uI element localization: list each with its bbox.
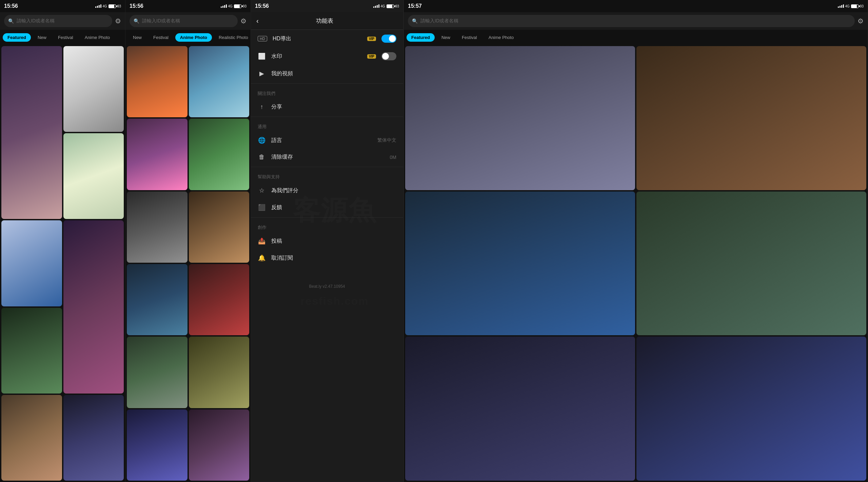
back-button[interactable]: ‹	[256, 17, 259, 25]
tabs-row-1: Featured New Festival Anime Photo	[0, 30, 125, 45]
grid-cell-2-7[interactable]	[127, 264, 188, 335]
video-icon: ▶	[258, 70, 266, 77]
tab-featured-1[interactable]: Featured	[3, 33, 31, 42]
unsubscribe-icon: 🔔	[258, 254, 266, 262]
submit-label: 投稿	[271, 238, 396, 245]
tab-festival-4[interactable]: Festival	[457, 33, 482, 42]
grid-cell-1-8[interactable]	[63, 395, 124, 481]
tab-new-1[interactable]: New	[33, 33, 51, 42]
phone-panel-1: 15:56 4G 93 🔍 請輸入ID或者名稱 ⚙ Featured New F…	[0, 0, 125, 482]
grid-cell-2-8[interactable]	[189, 264, 250, 335]
grid-cell-1-2[interactable]	[63, 46, 124, 132]
language-label: 語言	[271, 137, 372, 144]
tab-realistic-2[interactable]: Realistic Photo	[214, 33, 251, 42]
menu-item-hd[interactable]: HD HD導出 VIP	[251, 30, 403, 47]
search-bar-4: 🔍 請輸入ID或者名稱 ⚙	[404, 12, 868, 30]
tab-new-4[interactable]: New	[437, 33, 455, 42]
menu-item-share[interactable]: ↑ 分享	[251, 99, 403, 115]
section-create: 創作	[251, 219, 403, 233]
settings-icon-4[interactable]: ⚙	[857, 17, 864, 25]
network-type-1: 4G	[103, 4, 107, 8]
menu-item-watermark[interactable]: ⬜ 水印 VIP	[251, 47, 403, 65]
grid-cell-4-1[interactable]	[405, 46, 635, 190]
grid-cell-2-9[interactable]	[127, 337, 188, 408]
watermark-toggle[interactable]	[381, 52, 396, 60]
settings-icon-2[interactable]: ⚙	[240, 17, 246, 25]
grid-cell-4-2[interactable]	[636, 46, 866, 190]
grid-cell-1-5[interactable]	[63, 220, 124, 393]
grid-cell-1-7[interactable]	[1, 395, 62, 481]
menu-item-feedback[interactable]: ⬛ 反饋	[251, 199, 403, 216]
image-grid-1	[0, 45, 125, 482]
battery-pct-2: 93	[243, 4, 246, 8]
search-input-2[interactable]: 🔍 請輸入ID或者名稱	[130, 15, 238, 27]
hd-vip-badge: VIP	[367, 37, 376, 41]
menu-item-unsubscribe[interactable]: 🔔 取消訂閱	[251, 249, 403, 266]
search-input-4[interactable]: 🔍 請輸入ID或者名稱	[408, 15, 855, 27]
search-placeholder-2: 請輸入ID或者名稱	[142, 18, 180, 24]
feedback-icon: ⬛	[258, 204, 266, 211]
grid-cell-2-2[interactable]	[189, 46, 250, 117]
grid-cell-2-4[interactable]	[189, 119, 250, 190]
grid-cell-2-11[interactable]	[127, 409, 188, 481]
unsubscribe-label: 取消訂閱	[271, 255, 396, 262]
image-grid-2	[125, 45, 251, 482]
menu-item-rate[interactable]: ☆ 為我們評分	[251, 182, 403, 199]
menu-body: 客源魚 resfish.com HD HD導出 VIP ⬜ 水印 VIP ▶ 我…	[251, 30, 403, 482]
watermark-label: 水印	[271, 53, 360, 60]
tab-anime-1[interactable]: Anime Photo	[80, 33, 115, 42]
network-2: 4G	[228, 4, 233, 8]
menu-item-language[interactable]: 🌐 語言 繁体中文	[251, 132, 403, 149]
battery-pct-3: 93	[395, 4, 399, 8]
battery-icon-2	[234, 4, 241, 8]
search-bar-1: 🔍 請輸入ID或者名稱 ⚙	[0, 12, 125, 30]
status-bar-4: 15:57 4G 93	[404, 0, 868, 12]
grid-cell-2-1[interactable]	[127, 46, 188, 117]
tab-festival-2[interactable]: Festival	[149, 33, 173, 42]
watermark-icon: ⬜	[258, 53, 266, 60]
menu-item-myvideo[interactable]: ▶ 我的視頻	[251, 65, 403, 82]
grid-cell-1-1[interactable]	[1, 46, 62, 219]
grid-cell-1-4[interactable]	[1, 220, 62, 306]
grid-cell-4-6[interactable]	[636, 337, 866, 481]
settings-icon-1[interactable]: ⚙	[115, 17, 121, 25]
divider-3	[251, 167, 403, 167]
tabs-row-2: New Festival Anime Photo Realistic Photo	[125, 30, 251, 45]
submit-icon: 📤	[258, 237, 266, 245]
signal-icon-1	[95, 4, 101, 8]
rate-label: 為我們評分	[271, 187, 396, 194]
tab-anime-4[interactable]: Anime Photo	[484, 33, 518, 42]
section-general: 通用	[251, 118, 403, 132]
grid-cell-2-5[interactable]	[127, 192, 188, 263]
search-input-1[interactable]: 🔍 請輸入ID或者名稱	[4, 15, 112, 27]
tab-anime-2[interactable]: Anime Photo	[175, 33, 212, 42]
tab-featured-4[interactable]: Featured	[407, 33, 435, 42]
status-icons-4: 4G 93	[838, 4, 864, 8]
search-icon-1: 🔍	[8, 18, 14, 24]
grid-cell-4-5[interactable]	[405, 337, 635, 481]
clear-cache-icon: 🗑	[258, 154, 266, 161]
tabs-row-4: Featured New Festival Anime Photo	[404, 30, 868, 45]
tab-new-2[interactable]: New	[128, 33, 146, 42]
search-placeholder-1: 請輸入ID或者名稱	[17, 18, 55, 24]
signal-icon-3	[373, 4, 379, 8]
search-icon-4: 🔍	[412, 18, 418, 24]
status-bar-2: 15:56 4G 93	[125, 0, 251, 12]
time-3: 15:56	[255, 3, 269, 9]
grid-cell-2-12[interactable]	[189, 409, 250, 481]
grid-cell-1-3[interactable]	[63, 133, 124, 219]
grid-cell-2-10[interactable]	[189, 337, 250, 408]
grid-cell-2-3[interactable]	[127, 119, 188, 190]
grid-cell-4-4[interactable]	[636, 192, 866, 336]
menu-item-submit[interactable]: 📤 投稿	[251, 233, 403, 249]
section-follow: 關注我們	[251, 85, 403, 99]
status-bar-3: 15:56 4G 93	[251, 0, 403, 12]
hd-toggle[interactable]	[381, 35, 396, 43]
grid-cell-1-6[interactable]	[1, 308, 62, 394]
menu-item-clear-cache[interactable]: 🗑 清除缓存 0M	[251, 149, 403, 165]
hd-label: HD導出	[273, 35, 360, 42]
grid-cell-2-6[interactable]	[189, 192, 250, 263]
tab-festival-1[interactable]: Festival	[53, 33, 78, 42]
status-icons-2: 4G 93	[221, 4, 246, 8]
grid-cell-4-3[interactable]	[405, 192, 635, 336]
